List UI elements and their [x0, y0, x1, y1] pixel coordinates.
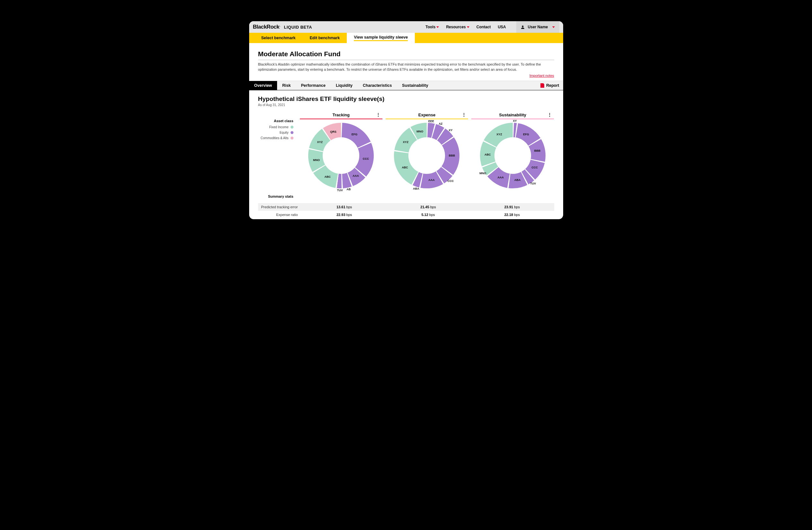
slice-label: XYZ: [403, 140, 409, 144]
stat-sustain-pte: 23.91 bps: [470, 205, 554, 209]
wf-view-sample[interactable]: View sample liquidity sleeve: [347, 33, 415, 43]
app-window: BlackRock. LIQUID BETA Tools Resources C…: [249, 21, 563, 219]
tab-sustainability[interactable]: Sustainability: [397, 81, 433, 90]
top-bar: BlackRock. LIQUID BETA Tools Resources C…: [249, 21, 563, 33]
kebab-icon[interactable]: ⋮: [548, 112, 552, 117]
nav-resources[interactable]: Resources: [446, 25, 469, 29]
slice-label: XYZ: [317, 140, 323, 144]
summary-stats-heading: Summary stats: [258, 194, 293, 198]
panel-sustain: Sustainability⋮ XYEFGBBBCCCTUVABAAAAMNOA…: [472, 112, 554, 189]
panel-tracking-title: Tracking: [332, 112, 349, 117]
top-nav: Tools Resources Contact USA User Name: [425, 21, 559, 33]
legend-column: Asset class Fixed Income Equity Commodit…: [258, 112, 293, 198]
slice-label: ABC: [324, 175, 331, 178]
slice-label: ABA: [514, 178, 521, 182]
slice-label: CCC: [448, 179, 454, 183]
slice-label: EFG: [351, 133, 358, 136]
row-pte: Predicted tracking error 13.61 bps 21.45…: [258, 203, 554, 211]
tab-liquidity[interactable]: Liquidity: [331, 81, 358, 90]
panel-expense: Expense⋮ EEEAZXYBBBCCCAAAABAABCXYZMNO: [386, 112, 468, 189]
brand-logo: BlackRock.: [253, 24, 280, 30]
wf-edit-benchmark[interactable]: Edit benchmark: [303, 33, 347, 43]
donut-tracking[interactable]: EFGCCCAAAABTUVABCMNOXYZQRS: [307, 122, 375, 189]
slice-label: AZ: [439, 122, 443, 125]
stat-tracking-er: 22.93 bps: [303, 213, 386, 217]
panel-sustain-title: Sustainability: [499, 112, 526, 117]
slice-label: TUV: [530, 182, 536, 185]
kebab-icon[interactable]: ⋮: [462, 112, 466, 117]
slice-label: XY: [449, 128, 452, 132]
summary-stats-table: Predicted tracking error 13.61 bps 21.45…: [258, 203, 554, 219]
tab-overview[interactable]: Overview: [249, 81, 277, 90]
slice-label: AAA: [497, 176, 504, 179]
slice-label: ABA: [413, 187, 419, 190]
stat-label-er: Expense ratio: [258, 213, 303, 217]
slice-label: AB: [346, 188, 351, 191]
slice-label: XY: [513, 119, 517, 123]
tab-characteristics[interactable]: Characteristics: [358, 81, 397, 90]
user-menu[interactable]: User Name: [516, 21, 559, 33]
slice-label: CCC: [531, 166, 538, 169]
donut-sustain[interactable]: XYEFGBBBCCCTUVABAAAAMNOABCXYZ: [479, 122, 547, 189]
slice-label: AAA: [352, 174, 359, 178]
report-button[interactable]: Report: [540, 83, 559, 88]
chevron-down-icon: [467, 26, 469, 28]
fund-description: BlackRock's Aladdin optimizer mathematic…: [258, 62, 550, 72]
slice-label: EFG: [523, 133, 529, 136]
chevron-down-icon: [436, 26, 439, 28]
slice-label: TUV: [337, 189, 343, 192]
tab-risk[interactable]: Risk: [277, 81, 296, 90]
row-er: Expense ratio 22.93 bps 5.12 bps 22.18 b…: [258, 211, 554, 219]
legend-fixed-income: Fixed Income: [258, 125, 293, 129]
slice-label: QRS: [330, 130, 336, 134]
chevron-down-icon: [552, 26, 555, 28]
stat-expense-er: 5.12 bps: [386, 213, 470, 217]
slice-label: EEE: [428, 120, 434, 123]
stat-tracking-pte: 13.61 bps: [303, 205, 386, 209]
slice-label: MNO: [417, 130, 423, 133]
slice-label: MNO: [313, 158, 320, 162]
product-name: LIQUID BETA: [284, 25, 312, 30]
panel-expense-title: Expense: [418, 112, 435, 117]
stat-sustain-er: 22.18 bps: [470, 213, 554, 217]
panel-tracking: Tracking⋮ EFGCCCAAAABTUVABCMNOXYZQRS: [300, 112, 382, 189]
pdf-icon: [540, 83, 544, 88]
slice-label: BBB: [534, 149, 541, 152]
slice-label: AAA: [428, 178, 435, 182]
user-icon: [521, 25, 525, 29]
svg-point-0: [522, 26, 523, 27]
important-notes-link[interactable]: Important notes: [258, 74, 554, 78]
as-of-date: As of Aug 31, 2021: [258, 103, 554, 107]
slice-label: CCC: [363, 157, 369, 161]
legend-equity: Equity: [258, 131, 293, 134]
workflow-bar: Select benchmark Edit benchmark View sam…: [249, 33, 563, 43]
section-tabs: Overview Risk Performance Liquidity Char…: [249, 81, 563, 90]
nav-country[interactable]: USA: [498, 25, 506, 29]
slice-label: ABC: [402, 166, 408, 169]
sleeve-title: Hypothetical iShares ETF liquidity sleev…: [258, 96, 554, 102]
stat-expense-pte: 21.45 bps: [386, 205, 470, 209]
fund-title: Moderate Allocation Fund: [258, 50, 554, 60]
kebab-icon[interactable]: ⋮: [376, 112, 380, 117]
wf-select-benchmark[interactable]: Select benchmark: [254, 33, 303, 43]
slice-label: ABC: [484, 153, 491, 156]
stat-label-pte: Predicted tracking error: [258, 205, 303, 209]
legend-commodities: Commodities & Alts: [258, 136, 293, 140]
legend-heading: Asset class: [258, 119, 293, 123]
slice-label: BBB: [449, 154, 455, 157]
panels-row: Tracking⋮ EFGCCCAAAABTUVABCMNOXYZQRS Exp…: [300, 112, 554, 189]
donut-expense[interactable]: EEEAZXYBBBCCCAAAABAABCXYZMNO: [393, 122, 461, 189]
nav-tools[interactable]: Tools: [425, 25, 439, 29]
tab-performance[interactable]: Performance: [296, 81, 331, 90]
nav-contact[interactable]: Contact: [477, 25, 491, 29]
slice-label: MNO: [479, 172, 486, 175]
slice-label: XYZ: [496, 133, 502, 136]
